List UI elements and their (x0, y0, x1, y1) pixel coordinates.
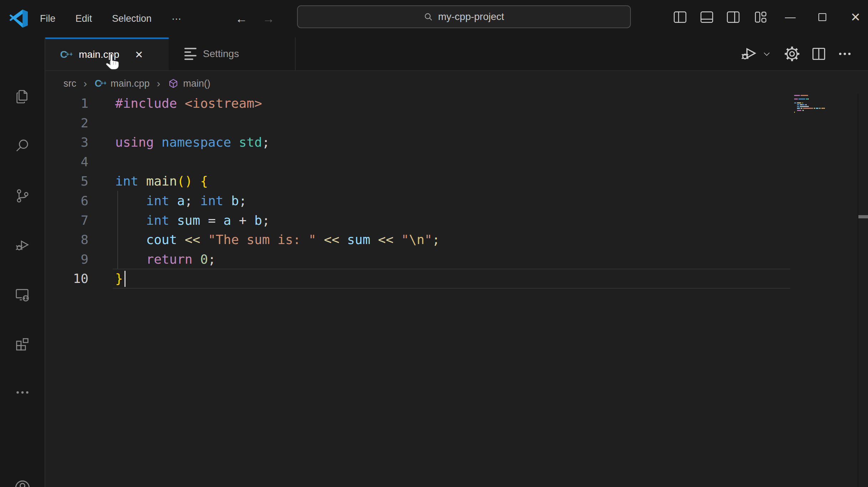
line-number: 4 (45, 152, 88, 172)
svg-text:++: ++ (100, 80, 106, 86)
menu-file[interactable]: File (40, 13, 56, 24)
explorer-icon[interactable] (0, 82, 45, 111)
go-forward-icon[interactable]: → (262, 12, 275, 26)
search-icon (424, 12, 433, 21)
vscode-window: File Edit Selection ⋯ ← → my-cpp-project (0, 0, 868, 487)
command-center-search[interactable]: my-cpp-project (297, 5, 631, 28)
overview-ruler-border (858, 93, 858, 487)
history-navigation: ← → (235, 0, 275, 37)
line-number: 5 (45, 171, 88, 191)
overview-ruler-mark (858, 215, 868, 218)
toggle-panel-icon[interactable] (695, 0, 718, 34)
line-number: 2 (45, 113, 88, 133)
vscode-logo-icon (9, 9, 29, 29)
tab-settings[interactable]: Settings (169, 37, 296, 70)
code-line-10[interactable]: 10} (45, 269, 123, 288)
run-dropdown-chevron-icon[interactable] (760, 49, 774, 59)
line-number: 8 (45, 230, 88, 249)
breadcrumb-symbol[interactable]: main() (168, 78, 211, 89)
symbol-cube-icon (168, 78, 179, 89)
code-line-1[interactable]: 1#include <iostream> (45, 93, 262, 113)
line-content: cout << "The sum is: " << sum << "\n"; (115, 230, 440, 249)
line-number: 7 (45, 210, 88, 230)
line-number: 3 (45, 132, 88, 152)
search-icon[interactable] (0, 132, 45, 160)
code-line-4[interactable]: 4 (45, 152, 115, 172)
remote-explorer-icon[interactable] (0, 281, 45, 309)
editor-actions (738, 37, 857, 70)
more-actions-icon[interactable] (832, 46, 857, 62)
code-line-8[interactable]: 8 cout << "The sum is: " << sum << "\n"; (45, 230, 440, 249)
activity-bar (0, 37, 45, 487)
text-cursor (124, 271, 126, 287)
cpp-file-icon: C ++ (60, 48, 72, 61)
mouse-hand-cursor (104, 52, 124, 73)
line-content: int sum = a + b; (115, 210, 270, 230)
customize-layout-icon[interactable] (749, 0, 772, 34)
breadcrumb-file[interactable]: C ++ main.cpp (94, 77, 150, 90)
breadcrumb: src › C ++ main.cpp › main() (63, 73, 210, 94)
line-content: using namespace std; (115, 132, 270, 152)
code-line-2[interactable]: 2 (45, 113, 115, 133)
tab-label: Settings (203, 48, 239, 60)
menu-overflow-ellipsis-icon[interactable]: ⋯ (172, 13, 182, 25)
menu-bar: File Edit Selection ⋯ (40, 0, 182, 37)
minimize-icon[interactable]: — (779, 0, 802, 34)
breadcrumb-separator: › (157, 77, 160, 90)
line-content: #include <iostream> (115, 93, 262, 113)
breadcrumb-separator: › (83, 77, 87, 90)
line-number: 1 (45, 93, 88, 113)
line-content: int main() { (115, 171, 208, 191)
command-center-label: my-cpp-project (438, 11, 504, 22)
code-line-5[interactable]: 5int main() { (45, 171, 208, 191)
run-or-debug-icon[interactable] (738, 45, 760, 63)
close-icon[interactable]: ✕ (844, 0, 867, 34)
cpp-file-icon: C ++ (94, 77, 106, 90)
code-line-3[interactable]: 3using namespace std; (45, 132, 270, 152)
minimap[interactable] (794, 95, 826, 113)
code-line-9[interactable]: 9 return 0; (45, 249, 216, 269)
gear-icon[interactable] (779, 45, 805, 63)
line-content: int a; int b; (115, 191, 247, 210)
run-debug-icon[interactable] (0, 231, 45, 259)
title-bar: File Edit Selection ⋯ ← → my-cpp-project (0, 0, 868, 37)
code-editor[interactable]: 1#include <iostream>23using namespace st… (45, 93, 858, 487)
menu-selection[interactable]: Selection (112, 13, 152, 24)
settings-list-icon (184, 48, 196, 60)
more-icon[interactable] (0, 378, 45, 407)
line-number: 6 (45, 191, 88, 210)
code-line-7[interactable]: 7 int sum = a + b; (45, 210, 270, 230)
line-content: } (115, 269, 123, 288)
line-content: return 0; (115, 249, 216, 269)
code-line-6[interactable]: 6 int a; int b; (45, 191, 247, 210)
tab-close-icon[interactable]: ✕ (132, 47, 147, 62)
toggle-secondary-sidebar-icon[interactable] (722, 0, 745, 34)
menu-edit[interactable]: Edit (76, 13, 92, 24)
source-control-icon[interactable] (0, 182, 45, 210)
extensions-icon[interactable] (0, 330, 45, 359)
svg-text:++: ++ (66, 51, 72, 57)
line-number: 10 (45, 269, 88, 288)
maximize-icon[interactable] (811, 0, 834, 34)
toggle-sidebar-icon[interactable] (669, 0, 691, 34)
account-icon[interactable] (0, 473, 45, 487)
go-back-icon[interactable]: ← (235, 12, 247, 26)
line-number: 9 (45, 249, 88, 269)
split-editor-icon[interactable] (805, 46, 832, 62)
breadcrumb-folder[interactable]: src (63, 78, 76, 89)
current-line-highlight (113, 269, 790, 289)
